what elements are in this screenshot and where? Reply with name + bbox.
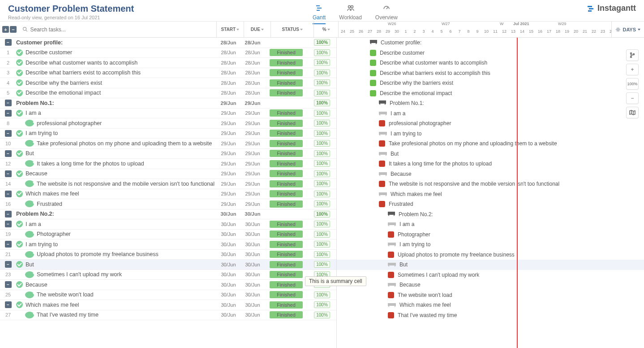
gantt-row[interactable]: Describe customer: [337, 48, 644, 58]
task-row[interactable]: −I am trying to30/Jun30/JunFinished100%: [0, 239, 336, 250]
col-status[interactable]: STATUS: [271, 22, 314, 37]
collapse-toggle[interactable]: −: [5, 100, 12, 106]
gantt-row[interactable]: Sometimes I can't upload my work: [337, 270, 644, 280]
gantt-marker[interactable]: Because: [388, 282, 421, 288]
task-row[interactable]: 5Describe the emotional impact28/Jun28/J…: [0, 88, 336, 99]
task-name-cell[interactable]: Because: [16, 281, 216, 288]
task-name-cell[interactable]: Upload photos to promote my freelance bu…: [16, 251, 216, 258]
task-name-cell[interactable]: Describe what barriers exist to accompli…: [16, 70, 216, 76]
task-name-cell[interactable]: I am a: [16, 221, 216, 227]
task-name-cell[interactable]: Photographer: [16, 231, 216, 238]
gantt-marker[interactable]: Photographer: [388, 231, 430, 238]
gantt-row[interactable]: Because: [337, 280, 644, 290]
collapse-toggle[interactable]: −: [5, 150, 12, 157]
gantt-row[interactable]: Describe what customer wants to accompli…: [337, 58, 644, 68]
collapse-toggle[interactable]: −: [5, 211, 12, 218]
task-name-cell[interactable]: But: [16, 150, 216, 157]
task-row[interactable]: 21Upload photos to promote my freelance …: [0, 250, 336, 260]
task-row[interactable]: −I am a29/Jun29/JunFinished100%: [0, 109, 336, 119]
task-row[interactable]: −Which makes me feel29/Jun29/JunFinished…: [0, 189, 336, 200]
collapse-toggle[interactable]: −: [5, 110, 12, 117]
gantt-marker[interactable]: Describe why the barriers exist: [370, 80, 453, 86]
gantt-marker[interactable]: It takes a long time for the photos to u…: [379, 161, 492, 167]
gantt-row[interactable]: Describe the emotional impact: [337, 88, 644, 99]
task-row[interactable]: −Customer profile:28/Jun28/Jun100%: [0, 38, 336, 48]
zoom-level[interactable]: 100%: [626, 78, 639, 90]
task-name-cell[interactable]: Which makes me feel: [16, 191, 216, 197]
gantt-marker[interactable]: I am a: [388, 221, 414, 227]
gantt-marker[interactable]: Sometimes I can't upload my work: [388, 272, 479, 278]
gantt-row[interactable]: The website is not responsive and the mo…: [337, 179, 644, 189]
timeline-header[interactable]: W26W27WW29WJul 2021 24252627282930123456…: [339, 22, 612, 37]
gantt-pane[interactable]: Customer profile:Describe customerDescri…: [337, 38, 644, 348]
task-name-cell[interactable]: Describe why the barriers exist: [16, 79, 216, 86]
gantt-marker[interactable]: The website won't load: [388, 292, 452, 298]
task-name-cell[interactable]: But: [16, 261, 216, 268]
gantt-marker[interactable]: Which makes me feel: [388, 302, 451, 308]
task-row[interactable]: −But29/Jun29/JunFinished100%: [0, 149, 336, 159]
gantt-marker[interactable]: I am trying to: [388, 241, 430, 248]
task-name-cell[interactable]: The website is not responsive and the mo…: [16, 180, 216, 187]
gantt-marker[interactable]: Problem No.1:: [379, 100, 424, 106]
expand-all-button[interactable]: +: [2, 26, 9, 33]
task-name-cell[interactable]: The website won't load: [16, 291, 216, 298]
task-row[interactable]: 27That I've wasted my time30/Jun30/JunFi…: [0, 310, 336, 321]
gantt-marker[interactable]: I am trying to: [379, 130, 421, 137]
zoom-out-button[interactable]: −: [626, 92, 639, 104]
collapse-toggle[interactable]: −: [5, 39, 12, 46]
gantt-row[interactable]: Problem No.2:: [337, 209, 644, 220]
gantt-marker[interactable]: Describe customer: [370, 50, 425, 56]
task-name-cell[interactable]: I am a: [16, 110, 216, 117]
task-name-cell[interactable]: Frustrated: [16, 200, 216, 207]
task-name-cell[interactable]: Describe customer: [16, 49, 216, 56]
gantt-marker[interactable]: I am a: [379, 110, 405, 117]
gantt-row[interactable]: Take profesional photos on my phone and …: [337, 139, 644, 149]
gantt-row[interactable]: But: [337, 149, 644, 159]
task-row[interactable]: −Which makes me feel30/Jun30/JunFinished…: [0, 300, 336, 310]
task-row[interactable]: 10Take profesional photos on my phone an…: [0, 139, 336, 149]
gantt-marker[interactable]: Describe what customer wants to accompli…: [370, 60, 487, 66]
branch-button[interactable]: [626, 49, 639, 61]
brand-logo[interactable]: Instagantt: [587, 4, 636, 13]
map-button[interactable]: [626, 107, 639, 118]
collapse-toggle[interactable]: −: [5, 261, 12, 268]
task-row[interactable]: 3Describe what barriers exist to accompl…: [0, 68, 336, 78]
task-row[interactable]: 23Sometimes I can't upload my work30/Jun…: [0, 270, 336, 280]
gantt-row[interactable]: Which makes me feel: [337, 300, 644, 310]
gantt-row[interactable]: The website won't load: [337, 290, 644, 300]
gantt-marker[interactable]: Take profesional photos on my phone and …: [379, 140, 557, 147]
task-name-cell[interactable]: I am trying to: [16, 241, 216, 248]
gantt-row[interactable]: Upload photos to promote my freelance bu…: [337, 250, 644, 260]
gantt-marker[interactable]: Customer profile:: [370, 39, 421, 46]
zoom-in-button[interactable]: +: [626, 64, 639, 75]
gantt-row[interactable]: professional photographer: [337, 118, 644, 129]
gantt-row[interactable]: Photographer: [337, 230, 644, 240]
gantt-marker[interactable]: Describe the emotional impact: [370, 90, 452, 96]
task-name-cell[interactable]: Problem No.2:: [16, 211, 216, 217]
task-name-cell[interactable]: Describe the emotional impact: [16, 90, 216, 96]
col-due[interactable]: DUE: [244, 22, 271, 37]
task-row[interactable]: −Problem No.2:30/Jun30/Jun100%: [0, 209, 336, 220]
gantt-marker[interactable]: That I've wasted my time: [388, 312, 457, 318]
gantt-row[interactable]: Describe why the barriers exist: [337, 78, 644, 88]
task-row[interactable]: −I am trying to29/Jun29/JunFinished100%: [0, 129, 336, 139]
collapse-all-button[interactable]: −: [10, 26, 17, 33]
collapse-toggle[interactable]: −: [5, 130, 12, 137]
col-pct[interactable]: %: [314, 22, 339, 37]
task-row[interactable]: 14The website is not responsive and the …: [0, 179, 336, 189]
gantt-row[interactable]: Customer profile:: [337, 38, 644, 48]
gantt-row[interactable]: It takes a long time for the photos to u…: [337, 159, 644, 169]
gantt-marker[interactable]: Because: [379, 171, 412, 177]
collapse-toggle[interactable]: −: [5, 221, 12, 227]
task-row[interactable]: 1Describe customer28/Jun28/JunFinished10…: [0, 48, 336, 58]
col-start[interactable]: START: [217, 22, 244, 37]
gantt-row[interactable]: I am a: [337, 109, 644, 119]
gantt-row[interactable]: But: [337, 260, 644, 270]
gantt-marker[interactable]: Which makes me feel: [379, 191, 442, 197]
days-scale-button[interactable]: DAYS: [612, 22, 644, 37]
task-row[interactable]: 12It takes a long time for the photos to…: [0, 159, 336, 169]
task-name-cell[interactable]: Because: [16, 170, 216, 177]
gantt-row[interactable]: Frustrated: [337, 199, 644, 209]
task-name-cell[interactable]: Take profesional photos on my phone and …: [16, 140, 216, 147]
collapse-toggle[interactable]: −: [5, 170, 12, 177]
